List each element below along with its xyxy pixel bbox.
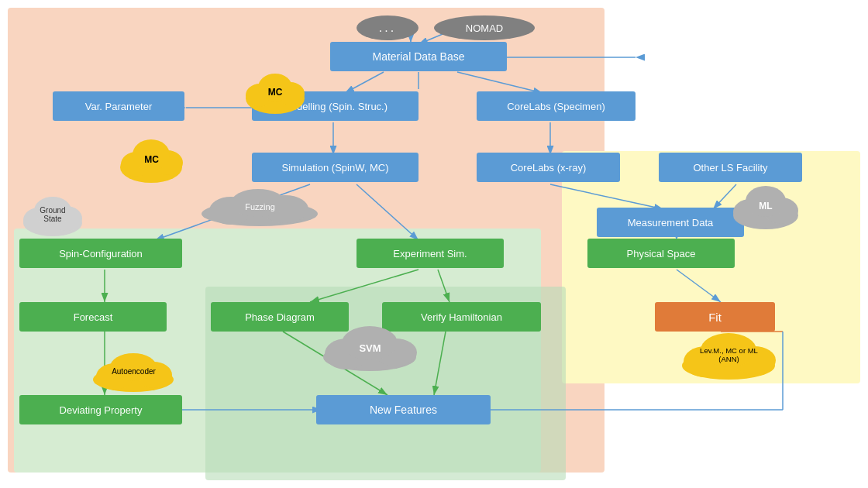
measurement-data-box: Measurement Data bbox=[597, 208, 744, 237]
diagram-container: ... NOMAD Material Data Base Modelling (… bbox=[0, 0, 868, 488]
fuzzing-cloud: Fuzzing bbox=[192, 184, 328, 229]
var-param-box: Var. Parameter bbox=[53, 91, 184, 121]
mc-cloud-left: MC bbox=[115, 132, 188, 187]
corelabs-xray-box: CoreLabs (x-ray) bbox=[477, 153, 620, 182]
mc-cloud-top: MC bbox=[240, 66, 310, 119]
spin-config-box: Spin-Configuration bbox=[19, 239, 182, 268]
fuzzing-cloud-label: Fuzzing bbox=[245, 202, 275, 211]
svm-cloud: SVM bbox=[314, 321, 426, 374]
autoencoder-label: Autoencoder bbox=[112, 367, 156, 376]
autoencoder-cloud: Autoencoder bbox=[85, 347, 182, 395]
forecast-box: Forecast bbox=[19, 302, 167, 332]
mc-cloud-left-label: MC bbox=[144, 154, 159, 165]
dots-oval: ... bbox=[356, 15, 418, 40]
deviating-property-box: Deviating Property bbox=[19, 395, 182, 424]
physical-space-box: Physical Space bbox=[587, 239, 735, 268]
other-ls-box: Other LS Facility bbox=[659, 153, 802, 182]
lev-mc-ml-label: Lev.M., MC or ML (ANN) bbox=[700, 346, 758, 363]
ground-state-label: Ground State bbox=[40, 206, 65, 223]
ml-cloud-label: ML bbox=[759, 201, 772, 211]
ml-cloud: ML bbox=[727, 180, 804, 232]
lev-mc-ml-cloud: Lev.M., MC or ML (ANN) bbox=[673, 327, 785, 383]
material-db-box: Material Data Base bbox=[330, 42, 507, 71]
new-features-box: New Features bbox=[316, 395, 491, 424]
nomad-oval: NOMAD bbox=[434, 15, 535, 40]
svm-cloud-label: SVM bbox=[359, 342, 381, 354]
corelabs-spec-box: CoreLabs (Specimen) bbox=[477, 91, 636, 121]
simulation-box: Simulation (SpinW, MC) bbox=[252, 153, 418, 182]
ground-state-cloud: Ground State bbox=[17, 189, 88, 239]
experiment-sim-box: Experiment Sim. bbox=[356, 239, 504, 268]
mc-cloud-top-label: MC bbox=[268, 87, 283, 98]
